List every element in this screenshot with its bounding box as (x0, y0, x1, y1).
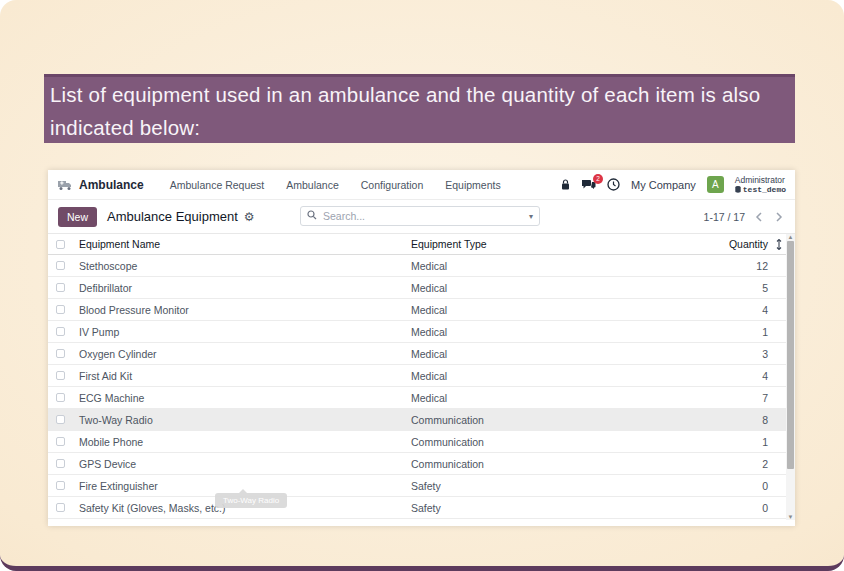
column-header-equipment-type[interactable]: Equipment Type (411, 238, 708, 250)
table-row[interactable]: IV PumpMedical1 (48, 321, 795, 343)
cell-equipment-type: Medical (411, 304, 708, 316)
page-background: List of equipment used in an ambulance a… (0, 0, 844, 571)
nav-item-ambulance-request[interactable]: Ambulance Request (170, 179, 265, 191)
row-checkbox[interactable] (56, 327, 65, 336)
cell-equipment-name: Stethoscope (79, 260, 411, 272)
new-button[interactable]: New (58, 207, 97, 227)
nav-item-configuration[interactable]: Configuration (361, 179, 423, 191)
search-caret-down-icon[interactable]: ▾ (529, 212, 533, 221)
select-all-checkbox[interactable] (56, 240, 65, 249)
cell-equipment-type: Safety (411, 502, 708, 514)
cell-quantity: 4 (708, 304, 768, 316)
row-checkbox[interactable] (56, 371, 65, 380)
pager-next-button[interactable] (773, 210, 785, 224)
cell-equipment-type: Medical (411, 260, 708, 272)
activities-clock-icon[interactable] (607, 178, 620, 191)
cell-quantity: 5 (708, 282, 768, 294)
company-menu[interactable]: My Company (631, 179, 696, 191)
cell-equipment-type: Medical (411, 348, 708, 360)
vertical-scrollbar[interactable]: ▲ ▼ (786, 234, 795, 520)
user-menu[interactable]: Administrator test_demo (735, 176, 786, 194)
table-row[interactable]: Two-Way RadioCommunication8 (48, 409, 795, 431)
banner-text: List of equipment used in an ambulance a… (50, 83, 760, 139)
cell-equipment-type: Medical (411, 370, 708, 382)
cell-equipment-type: Communication (411, 458, 708, 470)
row-checkbox[interactable] (56, 415, 65, 424)
row-tooltip: Two-Way Radio (215, 493, 287, 508)
scroll-down-icon[interactable]: ▼ (787, 514, 794, 520)
pager: 1-17 / 17 (704, 210, 785, 224)
avatar[interactable]: A (707, 176, 724, 193)
table-row[interactable]: Safety Kit (Gloves, Masks, etc.)Safety0 (48, 497, 795, 519)
app-switcher[interactable]: Ambulance (79, 178, 144, 192)
cell-equipment-name: Two-Way Radio (79, 414, 411, 426)
nav-item-equipments[interactable]: Equipments (445, 179, 500, 191)
cell-equipment-type: Medical (411, 282, 708, 294)
table-row[interactable]: First Aid KitMedical4 (48, 365, 795, 387)
ambulance-icon (57, 179, 73, 191)
user-name: Administrator (735, 176, 786, 185)
lock-icon[interactable] (561, 179, 570, 190)
table-row[interactable]: ECG MachineMedical7 (48, 387, 795, 409)
table-row[interactable]: DefibrillatorMedical5 (48, 277, 795, 299)
table-header-row: Equipment Name Equipment Type Quantity (48, 234, 795, 255)
table-row[interactable]: StethoscopeMedical12 (48, 255, 795, 277)
column-header-equipment-name[interactable]: Equipment Name (79, 238, 411, 250)
cell-quantity: 1 (708, 326, 768, 338)
app-window: Ambulance Ambulance RequestAmbulanceConf… (48, 170, 795, 526)
instruction-banner: List of equipment used in an ambulance a… (44, 74, 795, 143)
column-adjust-icon[interactable] (774, 239, 784, 250)
table-row[interactable]: Blood Pressure MonitorMedical4 (48, 299, 795, 321)
row-checkbox[interactable] (56, 459, 65, 468)
cell-quantity: 0 (708, 502, 768, 514)
cell-quantity: 0 (708, 480, 768, 492)
cell-equipment-type: Communication (411, 414, 708, 426)
cell-equipment-name: Blood Pressure Monitor (79, 304, 411, 316)
cell-equipment-type: Medical (411, 392, 708, 404)
row-checkbox[interactable] (56, 437, 65, 446)
equipment-table: Equipment Name Equipment Type Quantity S… (48, 233, 795, 520)
column-header-quantity[interactable]: Quantity (708, 238, 768, 250)
table-row[interactable]: Oxygen CylinderMedical3 (48, 343, 795, 365)
navbar: Ambulance Ambulance RequestAmbulanceConf… (48, 170, 795, 200)
gear-icon[interactable]: ⚙ (244, 211, 255, 223)
messages-icon[interactable]: 2 (581, 179, 596, 191)
cell-equipment-type: Medical (411, 326, 708, 338)
row-checkbox[interactable] (56, 481, 65, 490)
cell-quantity: 1 (708, 436, 768, 448)
breadcrumb-title[interactable]: Ambulance Equipment (107, 209, 238, 224)
row-checkbox[interactable] (56, 393, 65, 402)
row-checkbox[interactable] (56, 261, 65, 270)
systray: 2 My Company A Administrator test_demo (561, 176, 786, 194)
database-icon (735, 185, 741, 194)
cell-equipment-name: First Aid Kit (79, 370, 411, 382)
scrollbar-thumb[interactable] (787, 241, 794, 469)
cell-quantity: 7 (708, 392, 768, 404)
table-row[interactable]: GPS DeviceCommunication2 (48, 453, 795, 475)
cell-equipment-name: ECG Machine (79, 392, 411, 404)
message-count-badge: 2 (593, 174, 603, 184)
cell-equipment-type: Safety (411, 480, 708, 492)
cell-quantity: 3 (708, 348, 768, 360)
nav-item-ambulance[interactable]: Ambulance (286, 179, 339, 191)
cell-quantity: 2 (708, 458, 768, 470)
pager-previous-button[interactable] (753, 210, 765, 224)
row-checkbox[interactable] (56, 305, 65, 314)
database-name: test_demo (743, 185, 786, 194)
pager-range: 1-17 / 17 (704, 211, 745, 223)
page: List of equipment used in an ambulance a… (0, 0, 844, 571)
table-row[interactable]: Mobile PhoneCommunication1 (48, 431, 795, 453)
nav-menu: Ambulance RequestAmbulanceConfigurationE… (170, 179, 501, 191)
control-panel: New Ambulance Equipment ⚙ ▾ 1-17 / 17 (48, 200, 795, 233)
cell-quantity: 8 (708, 414, 768, 426)
row-checkbox[interactable] (56, 349, 65, 358)
search-input[interactable] (321, 209, 529, 223)
cell-equipment-name: Defibrillator (79, 282, 411, 294)
cell-quantity: 4 (708, 370, 768, 382)
cell-quantity: 12 (708, 260, 768, 272)
scroll-up-icon[interactable]: ▲ (787, 234, 794, 241)
table-row[interactable]: Fire ExtinguisherSafety0 (48, 475, 795, 497)
row-checkbox[interactable] (56, 283, 65, 292)
cell-equipment-name: Mobile Phone (79, 436, 411, 448)
row-checkbox[interactable] (56, 503, 65, 512)
